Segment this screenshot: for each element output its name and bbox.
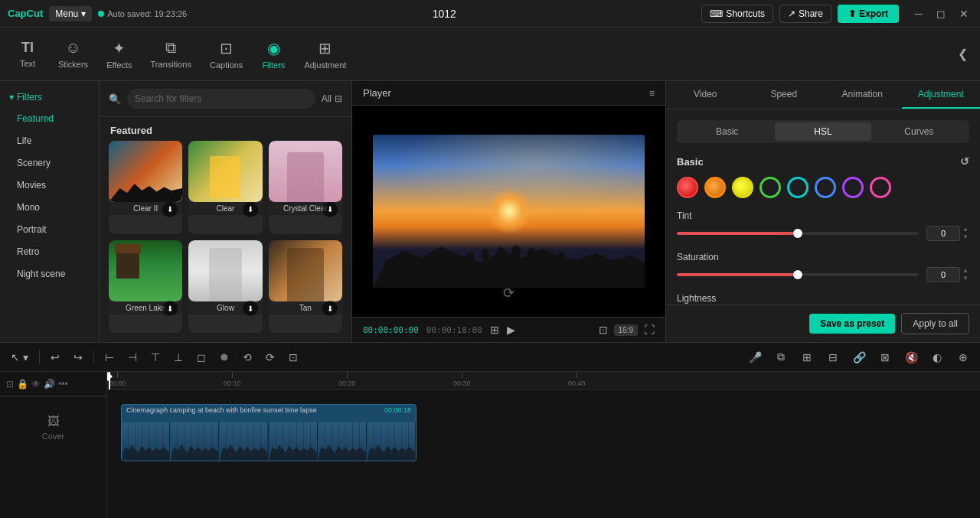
sidebar-item-scenery[interactable]: Scenery (5, 152, 94, 174)
tool-text[interactable]: TI Text (8, 35, 47, 73)
sidebar-item-portrait[interactable]: Portrait (5, 219, 94, 240)
search-input[interactable] (127, 89, 315, 109)
record-button[interactable]: 🎤 (744, 347, 766, 368)
sidebar-item-movies[interactable]: Movies (5, 174, 94, 196)
grid-view-button[interactable]: ⊞ (490, 324, 499, 336)
filter-card-glow[interactable]: ⬇ Glow (188, 240, 262, 334)
color-dot-green[interactable] (760, 177, 781, 198)
download-icon: ⬇ (243, 202, 258, 217)
filter-card-tan[interactable]: ⬇ Tan (269, 240, 342, 334)
color-dot-blue[interactable] (815, 177, 836, 198)
saturation-increment[interactable]: ▲ (962, 267, 969, 275)
player-right-controls: ⊡ 16:9 ⛶ (599, 324, 655, 336)
split-button[interactable]: ⊢ (100, 348, 119, 367)
minimize-button[interactable]: ─ (911, 6, 926, 21)
add-button[interactable]: ⊕ (952, 347, 974, 368)
color-dot-pink[interactable] (870, 177, 891, 198)
trim-start-button[interactable]: ⊣ (123, 348, 142, 367)
rotate-button[interactable]: ⟳ (261, 348, 279, 367)
basic-section-label: Basic ↺ (677, 155, 969, 168)
link-button[interactable]: 🔗 (848, 347, 870, 368)
all-filters-button[interactable]: All ⊟ (322, 93, 342, 104)
save-preset-button[interactable]: Save as preset (809, 314, 895, 334)
tool-adjustment[interactable]: ⊞ Adjustment (296, 34, 354, 74)
track-audio-icon[interactable]: 🔊 (44, 379, 55, 389)
sub-tab-hsl[interactable]: HSL (775, 122, 871, 141)
share-button[interactable]: ↗ Share (779, 5, 831, 23)
tab-video[interactable]: Video (666, 81, 745, 109)
filter-card-green-lake[interactable]: ⬇ Green Lake (109, 240, 182, 334)
track-more-icon[interactable]: ••• (58, 379, 68, 389)
play-button[interactable]: ▶ (507, 324, 515, 336)
rotate-icon[interactable]: ⟳ (503, 285, 514, 301)
fullscreen-icon[interactable]: ⛶ (644, 324, 655, 336)
redo-button[interactable]: ↪ (69, 348, 87, 367)
aspect-ratio-badge[interactable]: 16:9 (614, 324, 638, 336)
color-dot-orange[interactable] (704, 177, 726, 198)
collapse-button[interactable]: ❮ (953, 42, 972, 66)
sidebar-item-life[interactable]: Life (5, 130, 94, 151)
tint-value-input[interactable] (926, 226, 960, 241)
refresh-icon[interactable]: ↺ (960, 155, 969, 168)
menu-button[interactable]: Menu ▾ (49, 6, 92, 21)
tint-slider[interactable] (677, 232, 919, 235)
video-track[interactable]: Cinemagraph camping at beach with bonfir… (121, 404, 416, 461)
sidebar-item-mono[interactable]: Mono (5, 197, 94, 218)
apply-all-button[interactable]: Apply to all (901, 313, 969, 334)
crop-button[interactable]: ⊡ (284, 348, 302, 367)
sub-tab-curves[interactable]: Curves (871, 122, 967, 141)
tab-speed[interactable]: Speed (745, 81, 824, 109)
sub-tab-basic[interactable]: Basic (679, 122, 775, 141)
svg-point-8 (528, 248, 535, 259)
cover-label-area: 🖼 Cover (0, 396, 106, 458)
filters-header[interactable]: ▾ Filters (0, 87, 99, 107)
mute-button[interactable]: 🔇 (900, 347, 922, 368)
sidebar-item-featured[interactable]: Featured (5, 108, 94, 129)
player-menu-icon[interactable]: ≡ (649, 88, 655, 99)
flip-button[interactable]: ⟲ (238, 348, 256, 367)
tool-transitions[interactable]: ⧉ Transitions (143, 34, 199, 73)
freeze-button[interactable]: ❅ (215, 348, 234, 367)
add-track-button[interactable]: ⊞ (796, 347, 818, 368)
tab-animation[interactable]: Animation (823, 81, 902, 109)
maximize-button[interactable]: ◻ (933, 6, 949, 21)
pip-button[interactable]: ⧉ (770, 347, 792, 368)
saturation-decrement[interactable]: ▼ (962, 275, 969, 282)
track-lock-icon[interactable]: 🔒 (17, 379, 28, 389)
shortcuts-button[interactable]: ⌨ Shortcuts (701, 5, 773, 23)
volume-button[interactable]: ◐ (926, 347, 948, 368)
saturation-slider[interactable] (677, 273, 919, 276)
track-visible-icon[interactable]: 👁 (31, 379, 41, 389)
close-button[interactable]: ✕ (956, 6, 972, 21)
undo-button[interactable]: ↩ (46, 348, 64, 367)
select-tool-button[interactable]: ↖ ▾ (6, 348, 33, 367)
filter-card-clear[interactable]: ⬇ Clear (188, 141, 262, 234)
filter-card-crystal-clear[interactable]: ⬇ Crystal Clear (269, 141, 342, 234)
sync-button[interactable]: ⊠ (874, 347, 896, 368)
timeline-main: 00:00 00:10 00:20 00:30 00:40 (107, 372, 980, 518)
export-button[interactable]: ⬆ Export (838, 5, 899, 23)
filter-card-clear-ii[interactable]: ⬇ Clear II (109, 141, 182, 234)
tool-stickers[interactable]: ☺ Stickers (51, 34, 96, 73)
sidebar-item-night-scene[interactable]: Night scene (5, 263, 94, 285)
mask-button[interactable]: ◻ (192, 348, 211, 367)
tool-captions[interactable]: ⊡ Captions (202, 34, 250, 74)
track-add-icon[interactable]: ⊡ (6, 379, 14, 389)
svg-rect-3 (483, 260, 488, 273)
delete-button[interactable]: ⊥ (169, 348, 188, 367)
tint-increment[interactable]: ▲ (962, 226, 969, 233)
tint-decrement[interactable]: ▼ (962, 233, 969, 241)
color-dot-red[interactable] (677, 177, 698, 198)
sidebar-item-retro[interactable]: Retro (5, 241, 94, 262)
playhead[interactable] (109, 372, 110, 389)
saturation-value-input[interactable] (926, 267, 960, 282)
trim-end-button[interactable]: ⊤ (146, 348, 165, 367)
tool-effects[interactable]: ✦ Effects (99, 34, 139, 74)
color-dot-yellow[interactable] (732, 177, 753, 198)
remove-track-button[interactable]: ⊟ (822, 347, 844, 368)
color-dot-cyan[interactable] (787, 177, 808, 198)
tab-adjustment[interactable]: Adjustment (902, 81, 981, 109)
tool-filters[interactable]: ◉ Filters (253, 34, 293, 74)
color-dot-purple[interactable] (842, 177, 864, 198)
screenshot-icon[interactable]: ⊡ (599, 324, 608, 336)
